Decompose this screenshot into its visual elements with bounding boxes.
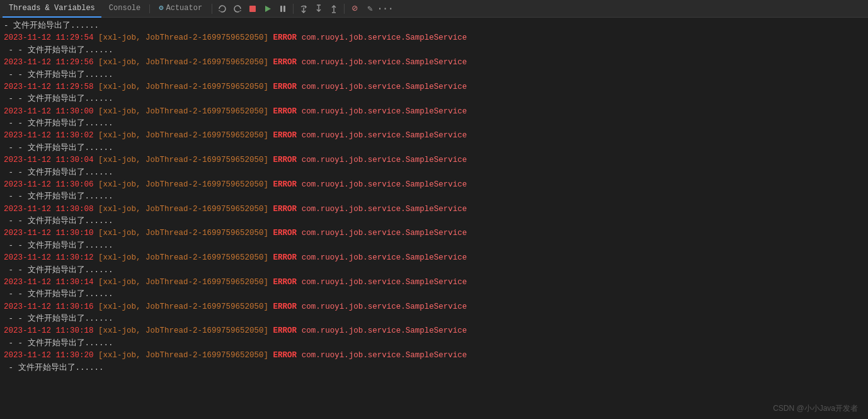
tab-actuator-label: Actuator — [166, 4, 202, 13]
stop-icon[interactable] — [246, 2, 260, 16]
watermark: CSDN @小小Java开发者 — [773, 403, 858, 414]
tab-threads-variables[interactable]: Threads & Variables — [3, 0, 101, 18]
log-entry-continuation: - - 文件开始导出了...... — [4, 240, 864, 252]
log-line: - 文件开始导出了...... — [4, 20, 864, 32]
log-entry-continuation: - - 文件开始导出了...... — [4, 338, 864, 350]
clear-icon[interactable]: ⊘ — [348, 2, 362, 16]
sep3 — [344, 4, 345, 14]
log-entry-continuation: - - 文件开始导出了...... — [4, 93, 864, 105]
more-icon[interactable]: ··· — [378, 2, 392, 16]
svg-marker-1 — [265, 6, 271, 12]
log-entry-main: 2023-11-12 11:30:10 [xxl-job, JobThread-… — [4, 227, 864, 239]
log-entry-main: 2023-11-12 11:29:56 [xxl-job, JobThread-… — [4, 57, 864, 69]
log-entry-continuation: - - 文件开始导出了...... — [4, 215, 864, 227]
step-over-icon[interactable] — [297, 2, 311, 16]
step-into-icon[interactable] — [312, 2, 326, 16]
svg-rect-0 — [249, 6, 256, 12]
toolbar: Threads & Variables Console ⚙ Actuator — [0, 0, 868, 18]
log-entry-main: 2023-11-12 11:30:08 [xxl-job, JobThread-… — [4, 204, 864, 215]
sep2 — [293, 4, 294, 14]
log-entry-continuation: - - 文件开始导出了...... — [4, 191, 864, 203]
log-entry-main: 2023-11-12 11:30:16 [xxl-job, JobThread-… — [4, 301, 864, 313]
log-entry-continuation: - - 文件开始导出了...... — [4, 167, 864, 179]
step-out-icon[interactable] — [327, 2, 341, 16]
log-entry-continuation: - - 文件开始导出了...... — [4, 289, 864, 301]
tab-console-label: Console — [109, 4, 140, 13]
log-entry-continuation: - - 文件开始导出了...... — [4, 69, 864, 81]
log-entry-main: 2023-11-12 11:29:58 [xxl-job, JobThread-… — [4, 81, 864, 93]
resume-icon[interactable] — [261, 2, 275, 16]
log-entry-main: 2023-11-12 11:30:02 [xxl-job, JobThread-… — [4, 130, 864, 142]
log-entry-continuation: - - 文件开始导出了...... — [4, 45, 864, 57]
log-entry-continuation: - - 文件开始导出了...... — [4, 265, 864, 277]
log-entry-main: 2023-11-12 11:29:54 [xxl-job, JobThread-… — [4, 32, 864, 44]
tab-divider — [149, 4, 150, 13]
log-entry-main: 2023-11-12 11:30:14 [xxl-job, JobThread-… — [4, 277, 864, 289]
rerun-icon[interactable] — [215, 2, 229, 16]
sep1 — [212, 4, 212, 14]
tab-console[interactable]: Console — [103, 0, 147, 18]
actuator-icon: ⚙ — [159, 3, 163, 13]
log-entry-main: 2023-11-12 11:30:04 [xxl-job, JobThread-… — [4, 154, 864, 166]
svg-rect-2 — [280, 6, 282, 12]
rerun2-icon[interactable] — [231, 2, 244, 16]
log-entry-main: 2023-11-12 11:30:00 [xxl-job, JobThread-… — [4, 106, 864, 118]
tab-threads-variables-label: Threads & Variables — [9, 4, 95, 13]
log-entry-main: 2023-11-12 11:30:06 [xxl-job, JobThread-… — [4, 179, 864, 191]
log-entry-main: 2023-11-12 11:30:12 [xxl-job, JobThread-… — [4, 252, 864, 264]
pause-icon[interactable] — [276, 2, 290, 16]
log-entry-continuation: - - 文件开始导出了...... — [4, 118, 864, 130]
svg-rect-3 — [283, 6, 285, 12]
log-entry-continuation: - - 文件开始导出了...... — [4, 313, 864, 325]
log-entry-continuation: - 文件开始导出了...... — [4, 362, 864, 374]
tab-actuator[interactable]: ⚙ Actuator — [152, 0, 208, 18]
edit-icon[interactable]: ✎ — [363, 2, 377, 16]
console-output: - 文件开始导出了......2023-11-12 11:29:54 [xxl-… — [0, 18, 868, 419]
log-entry-main: 2023-11-12 11:30:20 [xxl-job, JobThread-… — [4, 350, 864, 362]
log-entry-main: 2023-11-12 11:30:18 [xxl-job, JobThread-… — [4, 325, 864, 337]
log-entry-continuation: - - 文件开始导出了...... — [4, 142, 864, 154]
